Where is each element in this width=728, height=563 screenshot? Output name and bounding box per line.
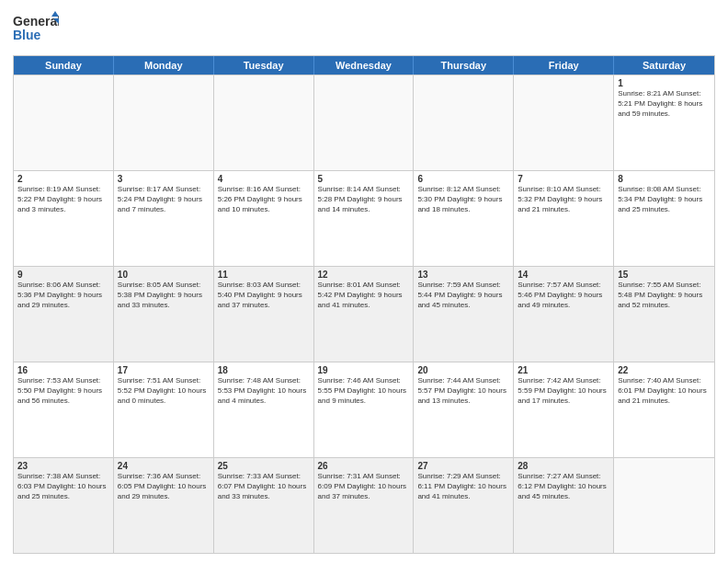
logo-area: General Blue [13,9,59,50]
day-number: 8 [618,174,711,184]
calendar-cell-2-6: 15Sunrise: 7:55 AM Sunset: 5:48 PM Dayli… [614,267,714,362]
cell-info: Sunrise: 7:36 AM Sunset: 6:05 PM Dayligh… [118,472,210,501]
day-number: 27 [417,461,509,471]
cell-info: Sunrise: 7:40 AM Sunset: 6:01 PM Dayligh… [618,376,711,406]
cell-info: Sunrise: 8:05 AM Sunset: 5:38 PM Dayligh… [118,281,210,310]
day-number: 19 [318,365,410,375]
cell-info: Sunrise: 8:16 AM Sunset: 5:26 PM Dayligh… [218,185,310,214]
cell-info: Sunrise: 8:12 AM Sunset: 5:30 PM Dayligh… [417,185,509,214]
calendar-cell-0-0 [14,75,114,170]
day-number: 3 [118,174,210,184]
day-number: 28 [518,461,609,471]
cell-info: Sunrise: 7:44 AM Sunset: 5:57 PM Dayligh… [417,376,509,406]
calendar-body: 1Sunrise: 8:21 AM Sunset: 5:21 PM Daylig… [14,75,714,553]
calendar-cell-1-2: 4Sunrise: 8:16 AM Sunset: 5:26 PM Daylig… [214,171,314,266]
day-number: 16 [17,365,109,375]
calendar-cell-0-6: 1Sunrise: 8:21 AM Sunset: 5:21 PM Daylig… [614,75,714,170]
cell-info: Sunrise: 8:21 AM Sunset: 5:21 PM Dayligh… [618,89,711,119]
weekday-header-monday: Monday [114,56,214,75]
calendar-cell-1-5: 7Sunrise: 8:10 AM Sunset: 5:32 PM Daylig… [514,171,614,266]
logo: General Blue [13,9,59,50]
day-number: 15 [618,270,711,280]
weekday-header-sunday: Sunday [14,56,114,75]
calendar-row-3: 16Sunrise: 7:53 AM Sunset: 5:50 PM Dayli… [14,362,714,457]
calendar-cell-1-4: 6Sunrise: 8:12 AM Sunset: 5:30 PM Daylig… [414,171,514,266]
calendar-cell-2-5: 14Sunrise: 7:57 AM Sunset: 5:46 PM Dayli… [514,267,614,362]
cell-info: Sunrise: 7:55 AM Sunset: 5:48 PM Dayligh… [618,281,711,310]
calendar-cell-3-4: 20Sunrise: 7:44 AM Sunset: 5:57 PM Dayli… [414,362,514,457]
day-number: 13 [417,270,509,280]
calendar-cell-0-2 [214,75,314,170]
calendar: SundayMondayTuesdayWednesdayThursdayFrid… [13,55,715,554]
calendar-cell-1-3: 5Sunrise: 8:14 AM Sunset: 5:28 PM Daylig… [314,171,415,266]
calendar-cell-4-6 [614,458,714,553]
cell-info: Sunrise: 7:42 AM Sunset: 5:59 PM Dayligh… [518,376,609,406]
day-number: 21 [518,365,609,375]
calendar-cell-2-0: 9Sunrise: 8:06 AM Sunset: 5:36 PM Daylig… [14,267,114,362]
day-number: 23 [17,461,109,471]
calendar-header: SundayMondayTuesdayWednesdayThursdayFrid… [14,56,714,75]
calendar-cell-2-1: 10Sunrise: 8:05 AM Sunset: 5:38 PM Dayli… [114,267,214,362]
calendar-cell-0-5 [514,75,614,170]
calendar-row-0: 1Sunrise: 8:21 AM Sunset: 5:21 PM Daylig… [14,75,714,170]
calendar-row-4: 23Sunrise: 7:38 AM Sunset: 6:03 PM Dayli… [14,457,714,553]
weekday-header-friday: Friday [514,56,614,75]
cell-info: Sunrise: 8:01 AM Sunset: 5:42 PM Dayligh… [318,281,410,310]
calendar-cell-1-6: 8Sunrise: 8:08 AM Sunset: 5:34 PM Daylig… [614,171,714,266]
cell-info: Sunrise: 7:38 AM Sunset: 6:03 PM Dayligh… [17,472,109,501]
calendar-row-2: 9Sunrise: 8:06 AM Sunset: 5:36 PM Daylig… [14,266,714,362]
calendar-cell-4-3: 26Sunrise: 7:31 AM Sunset: 6:09 PM Dayli… [314,458,415,553]
calendar-cell-2-4: 13Sunrise: 7:59 AM Sunset: 5:44 PM Dayli… [414,267,514,362]
calendar-cell-1-0: 2Sunrise: 8:19 AM Sunset: 5:22 PM Daylig… [14,171,114,266]
calendar-cell-4-0: 23Sunrise: 7:38 AM Sunset: 6:03 PM Dayli… [14,458,114,553]
calendar-cell-3-6: 22Sunrise: 7:40 AM Sunset: 6:01 PM Dayli… [614,362,714,457]
day-number: 1 [618,78,711,88]
day-number: 12 [318,270,410,280]
day-number: 11 [218,270,310,280]
day-number: 25 [218,461,310,471]
header: General Blue [13,9,715,50]
cell-info: Sunrise: 8:14 AM Sunset: 5:28 PM Dayligh… [318,185,410,214]
day-number: 14 [518,270,609,280]
calendar-cell-0-1 [114,75,214,170]
calendar-cell-1-1: 3Sunrise: 8:17 AM Sunset: 5:24 PM Daylig… [114,171,214,266]
day-number: 22 [618,365,711,375]
cell-info: Sunrise: 8:08 AM Sunset: 5:34 PM Dayligh… [618,185,711,214]
calendar-cell-4-1: 24Sunrise: 7:36 AM Sunset: 6:05 PM Dayli… [114,458,214,553]
day-number: 20 [417,365,509,375]
cell-info: Sunrise: 7:53 AM Sunset: 5:50 PM Dayligh… [17,376,109,406]
cell-info: Sunrise: 8:10 AM Sunset: 5:32 PM Dayligh… [518,185,609,214]
calendar-cell-0-3 [314,75,415,170]
cell-info: Sunrise: 8:03 AM Sunset: 5:40 PM Dayligh… [218,281,310,310]
page: General Blue SundayMondayTuesdayWednesda… [0,0,728,563]
day-number: 4 [218,174,310,184]
cell-info: Sunrise: 7:59 AM Sunset: 5:44 PM Dayligh… [417,281,509,310]
weekday-header-thursday: Thursday [414,56,514,75]
svg-text:Blue: Blue [13,28,41,42]
calendar-cell-0-4 [414,75,514,170]
day-number: 7 [518,174,609,184]
cell-info: Sunrise: 8:06 AM Sunset: 5:36 PM Dayligh… [17,281,109,310]
cell-info: Sunrise: 7:48 AM Sunset: 5:53 PM Dayligh… [218,376,310,406]
calendar-cell-4-5: 28Sunrise: 7:27 AM Sunset: 6:12 PM Dayli… [514,458,614,553]
cell-info: Sunrise: 7:51 AM Sunset: 5:52 PM Dayligh… [118,376,210,406]
calendar-cell-3-0: 16Sunrise: 7:53 AM Sunset: 5:50 PM Dayli… [14,362,114,457]
calendar-row-1: 2Sunrise: 8:19 AM Sunset: 5:22 PM Daylig… [14,170,714,266]
cell-info: Sunrise: 8:19 AM Sunset: 5:22 PM Dayligh… [17,185,109,214]
calendar-cell-2-3: 12Sunrise: 8:01 AM Sunset: 5:42 PM Dayli… [314,267,415,362]
day-number: 2 [17,174,109,184]
cell-info: Sunrise: 7:31 AM Sunset: 6:09 PM Dayligh… [318,472,410,501]
day-number: 26 [318,461,410,471]
calendar-cell-4-4: 27Sunrise: 7:29 AM Sunset: 6:11 PM Dayli… [414,458,514,553]
weekday-header-tuesday: Tuesday [214,56,314,75]
cell-info: Sunrise: 7:33 AM Sunset: 6:07 PM Dayligh… [218,472,310,501]
day-number: 24 [118,461,210,471]
calendar-cell-3-1: 17Sunrise: 7:51 AM Sunset: 5:52 PM Dayli… [114,362,214,457]
calendar-cell-4-2: 25Sunrise: 7:33 AM Sunset: 6:07 PM Dayli… [214,458,314,553]
cell-info: Sunrise: 7:46 AM Sunset: 5:55 PM Dayligh… [318,376,410,406]
day-number: 18 [218,365,310,375]
day-number: 17 [118,365,210,375]
cell-info: Sunrise: 8:17 AM Sunset: 5:24 PM Dayligh… [118,185,210,214]
cell-info: Sunrise: 7:27 AM Sunset: 6:12 PM Dayligh… [518,472,609,501]
weekday-header-saturday: Saturday [614,56,714,75]
